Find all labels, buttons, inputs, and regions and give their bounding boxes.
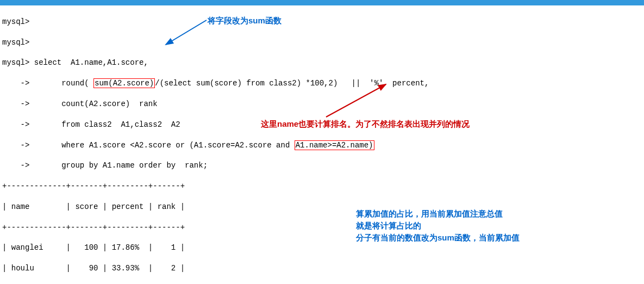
sql-line: -> count(A2.score) rank: [2, 99, 642, 109]
sql-line: -> round( sum(A2.score)/(select sum(scor…: [2, 78, 642, 89]
prompt-line: mysql>: [2, 38, 642, 48]
prompt-line: mysql>: [2, 17, 642, 27]
sql-text: -> where A1.score <A2.score or (A1.score…: [2, 141, 295, 150]
table-row: | wanglei | 100 | 17.86% | 1 |: [2, 243, 642, 253]
table-header: | name | score | percent | rank |: [2, 202, 642, 212]
highlight-sum-function: sum(A2.score): [93, 78, 155, 88]
sql-text: /(select sum(score) from class2) *100,2)…: [155, 79, 429, 88]
annotation-middle: 这里name也要计算排名。为了不然排名表出现并列的情况: [261, 119, 470, 129]
table-separator: +-------------+-------+---------+------+: [2, 181, 642, 192]
annotation-bottom-2: 就是将计算占比的: [356, 220, 421, 231]
table-row: | houlu | 90 | 33.93% | 2 |: [2, 263, 642, 274]
sql-text: -> round(: [2, 79, 93, 88]
window-title-bar: [0, 0, 644, 5]
sql-line: -> group by A1.name order by rank;: [2, 160, 642, 171]
annotation-top: 将字段改为sum函数: [208, 15, 282, 26]
annotation-bottom-3: 分子有当前的数值改为sum函数，当前累加值: [356, 232, 520, 243]
terminal-output: mysql> mysql> mysql> select A1.name,A1.s…: [0, 5, 644, 284]
table-separator: +-------------+-------+---------+------+: [2, 223, 642, 233]
annotation-bottom-1: 算累加值的占比，用当前累加值注意总值: [356, 208, 503, 219]
highlight-name-condition: A1.name>=A2.name): [295, 140, 374, 150]
sql-line: mysql> select A1.name,A1.score,: [2, 58, 642, 68]
sql-line: -> where A1.score <A2.score or (A1.score…: [2, 140, 642, 151]
